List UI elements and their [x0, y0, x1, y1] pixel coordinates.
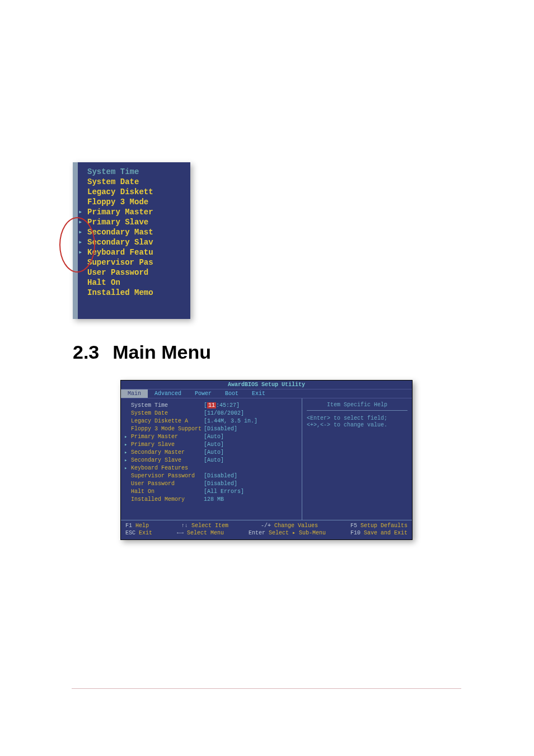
snippet-line: Supervisor Pas: [87, 257, 186, 267]
footer-hint: F1 Help: [125, 522, 176, 529]
footer-hint: ESC Exit: [125, 529, 171, 537]
footer-hint: -/+ Change Values: [261, 522, 345, 529]
bios-setting-row[interactable]: System Time[11:45:27]: [131, 402, 297, 410]
section-heading: 2.3Main Menu: [73, 341, 534, 363]
bios-setting-row[interactable]: Keyboard Features: [131, 464, 297, 472]
snippet-line: Halt On: [87, 278, 186, 288]
bios-menu-advanced[interactable]: Advanced: [148, 389, 188, 398]
bios-setting-value: [Auto]: [204, 433, 224, 441]
footer-hint: F10 Save and Exit: [350, 529, 407, 537]
bios-title: AwardBIOS Setup Utility: [121, 381, 412, 389]
bios-menu-main[interactable]: Main: [121, 389, 148, 398]
bios-setting-value: [11/08/2002]: [204, 410, 244, 417]
snippet-line: Primary Slave: [87, 217, 186, 227]
footer-hint: F5 Setup Defaults: [350, 522, 407, 529]
bios-help-panel: Item Specific Help <Enter> to select fie…: [302, 398, 412, 520]
footer-hint: Enter Select ▸ Sub-Menu: [249, 529, 345, 537]
bios-setting-value: [Disabled]: [204, 472, 237, 480]
page-footer-rule: [72, 688, 461, 689]
bios-setting-label: Halt On: [131, 488, 204, 496]
bios-setting-label: Supervisor Password: [131, 472, 204, 480]
snippet-line: Installed Memo: [87, 288, 186, 298]
bios-setting-label: Installed Memory: [131, 496, 204, 504]
bios-setting-value: [Auto]: [204, 441, 224, 449]
snippet-line: Keyboard Featu: [87, 247, 186, 257]
help-line: <+>,<-> to change value.: [307, 422, 407, 428]
bios-setting-value: [Auto]: [204, 457, 224, 464]
bios-setting-label: Keyboard Features: [131, 464, 204, 472]
bios-main-panel: System Time[11:45:27]System Date[11/08/2…: [121, 398, 302, 520]
help-line: <Enter> to select field;: [307, 415, 407, 421]
bios-setting-label: System Time: [131, 402, 204, 410]
bios-setting-label: System Date: [131, 410, 204, 417]
bios-setting-value: [Auto]: [204, 449, 224, 457]
bios-setting-label: Floppy 3 Mode Support: [131, 425, 204, 433]
bios-setting-value: 128 MB: [204, 496, 224, 504]
bios-setting-label: User Password: [131, 480, 204, 488]
bios-setting-row[interactable]: Floppy 3 Mode Support[Disabled]: [131, 425, 297, 433]
snippet-line: User Password: [87, 267, 186, 278]
bios-setting-row[interactable]: Primary Master[Auto]: [131, 433, 297, 441]
snippet-line: System Date: [87, 177, 186, 187]
bios-setting-label: Secondary Slave: [131, 457, 204, 464]
bios-setting-label: Primary Master: [131, 433, 204, 441]
footer-hint: ↑↓ Select Item: [181, 522, 255, 529]
bios-setting-row[interactable]: Secondary Master[Auto]: [131, 449, 297, 457]
bios-menu-exit[interactable]: Exit: [245, 389, 272, 398]
bios-menu-power[interactable]: Power: [188, 389, 218, 398]
bios-setting-label: Primary Slave: [131, 441, 204, 449]
bios-setting-value: [All Errors]: [204, 488, 244, 496]
bios-setting-row[interactable]: Primary Slave[Auto]: [131, 441, 297, 449]
bios-setting-value: [1.44M, 3.5 in.]: [204, 417, 257, 425]
bios-setting-row[interactable]: Legacy Diskette A[1.44M, 3.5 in.]: [131, 417, 297, 425]
bios-screenshot: AwardBIOS Setup Utility MainAdvancedPowe…: [120, 380, 413, 540]
snippet-line: Floppy 3 Mode: [87, 197, 186, 207]
bios-footer: F1 Help↑↓ Select Item-/+ Change ValuesF5…: [121, 520, 412, 539]
bios-menu-boot[interactable]: Boot: [218, 389, 245, 398]
footer-hint: ←→ Select Menu: [177, 529, 243, 537]
snippet-line: Secondary Slav: [87, 237, 186, 247]
bios-setting-label: Secondary Master: [131, 449, 204, 457]
bios-setting-value: [Disabled]: [204, 480, 237, 488]
bios-setting-label: Legacy Diskette A: [131, 417, 204, 425]
snippet-line: System Time: [87, 167, 186, 177]
bios-setting-row[interactable]: Installed Memory128 MB: [131, 496, 297, 504]
snippet-line: Secondary Mast: [87, 227, 186, 237]
bios-setting-row[interactable]: Supervisor Password[Disabled]: [131, 472, 297, 480]
bios-setting-row[interactable]: Halt On[All Errors]: [131, 488, 297, 496]
snippet-line: Legacy Diskett: [87, 187, 186, 197]
bios-setting-value: [11:45:27]: [204, 402, 240, 410]
red-circle-annotation: [59, 217, 95, 273]
bios-snippet: System TimeSystem DateLegacy DiskettFlop…: [73, 162, 190, 319]
bios-menubar: MainAdvancedPowerBootExit: [121, 389, 412, 398]
snippet-line: Primary Master: [87, 207, 186, 217]
section-number: 2.3: [73, 341, 99, 363]
help-title: Item Specific Help: [307, 402, 407, 411]
section-title: Main Menu: [113, 341, 211, 363]
bios-setting-value: [Disabled]: [204, 425, 237, 433]
bios-setting-row[interactable]: System Date[11/08/2002]: [131, 410, 297, 417]
bios-setting-row[interactable]: User Password[Disabled]: [131, 480, 297, 488]
bios-setting-row[interactable]: Secondary Slave[Auto]: [131, 457, 297, 464]
